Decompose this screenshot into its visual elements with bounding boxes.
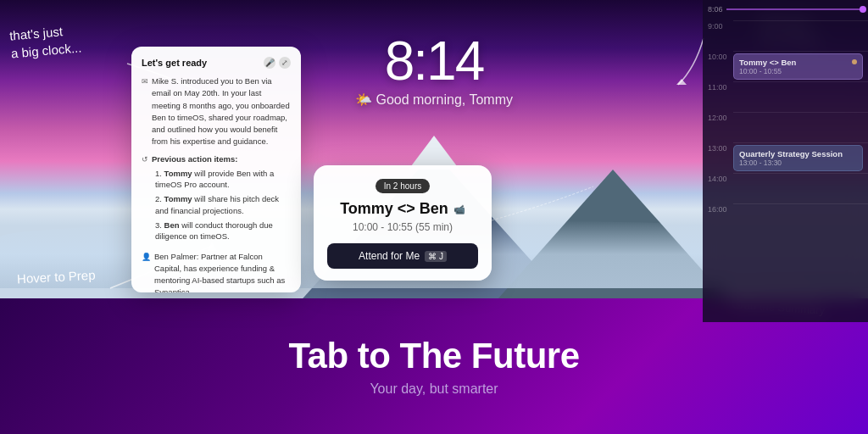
ben-info-text: Ben Palmer: Partner at Falcon Capital, h… [154, 251, 291, 292]
time-progress-bar [726, 8, 863, 10]
meeting-title: Tommy <> Ben [340, 200, 448, 218]
event-tommy-title: Tommy <> Ben [739, 58, 857, 67]
time-content-14 [733, 173, 868, 203]
prep-card: Let's get ready 🎤 ⤢ ✉ Mike S. introduced… [131, 47, 301, 292]
calendar-panel: 8:06 9:00 10:00 Tommy <> Ben 10:00 - 10:… [703, 0, 868, 322]
time-dot [860, 6, 866, 13]
mountain-snow [409, 136, 459, 170]
time-label-14: 14:00 [703, 173, 733, 183]
action-item-3: 3. Ben will conduct thorough due diligen… [155, 220, 291, 242]
expand-icon[interactable]: ⤢ [279, 57, 291, 69]
mic-icon[interactable]: 🎤 [264, 57, 275, 69]
prep-card-content: ✉ Mike S. introduced you to Ben via emai… [142, 75, 291, 292]
video-icon: 📹 [453, 204, 465, 215]
time-content-9 [733, 20, 868, 51]
time-row-11: 11:00 [703, 81, 868, 112]
event-quarterly[interactable]: Quarterly Strategy Session 13:00 - 13:30 [733, 145, 863, 171]
sub-title: Your day, but smarter [370, 381, 498, 397]
time-label-12: 12:00 [703, 112, 733, 122]
time-label-16: 16:00 [703, 203, 733, 214]
sun-icon: 🌤️ [355, 92, 372, 107]
time-row-9: 9:00 [703, 20, 868, 51]
event-quarterly-time: 13:00 - 13:30 [739, 159, 857, 167]
time-content-12 [733, 112, 868, 142]
attend-label: Attend for Me [359, 250, 420, 262]
time-label-11: 11:00 [703, 81, 733, 92]
ben-info-section: 👤 Ben Palmer: Partner at Falcon Capital,… [142, 251, 291, 292]
time-content-13: Quarterly Strategy Session 13:00 - 13:30 [733, 142, 868, 173]
time-row-12: 12:00 [703, 112, 868, 142]
annotation-topleft: that's justa big clock... [8, 20, 82, 62]
keyboard-shortcut: ⌘ J [425, 251, 447, 262]
time-row-16: 16:00 [703, 203, 868, 234]
email-icon: ✉ [142, 76, 148, 88]
time-row-13: 13:00 Quarterly Strategy Session 13:00 -… [703, 142, 868, 173]
time-content-11 [733, 81, 868, 112]
clock-greeting: 🌤️ Good morning, Tommy [355, 92, 513, 108]
action-item-1: 1. Tommy will provide Ben with a timeOS … [155, 168, 291, 191]
email-intro-section: ✉ Mike S. introduced you to Ben via emai… [142, 75, 291, 148]
meeting-time: 10:00 - 10:55 (55 min) [327, 221, 478, 233]
prep-card-icons: 🎤 ⤢ [264, 57, 291, 69]
person-icon: 👤 [142, 252, 151, 264]
time-row-14: 14:00 [703, 173, 868, 203]
time-label-9: 9:00 [703, 20, 733, 31]
time-label-10: 10:00 [703, 51, 733, 61]
event-dot [852, 59, 857, 64]
clock-time: 8:14 [355, 34, 513, 88]
time-content-16 [733, 203, 868, 234]
cal-current-time-label: 8:06 [708, 5, 723, 14]
actions-container: Previous action items: 1. Tommy will pro… [152, 153, 291, 246]
event-tommy-time: 10:00 - 10:55 [739, 67, 857, 75]
time-content-10: Tommy <> Ben 10:00 - 10:55 [733, 51, 868, 81]
actions-label: Previous action items: [152, 153, 291, 165]
greeting-text: Good morning, Tommy [376, 92, 513, 107]
meeting-badge: In 2 hours [376, 179, 430, 193]
main-title: Tab to The Future [288, 336, 579, 376]
meeting-popup: In 2 hours Tommy <> Ben 📹 10:00 - 10:55 … [314, 165, 492, 281]
prep-card-title: Let's get ready [142, 58, 207, 68]
prep-card-header: Let's get ready 🎤 ⤢ [142, 57, 291, 69]
action-item-2: 2. Tommy will share his pitch deck and f… [155, 193, 291, 216]
current-time-bar: 8:06 [708, 5, 863, 14]
time-row-10: 10:00 Tommy <> Ben 10:00 - 10:55 [703, 51, 868, 81]
time-label-13: 13:00 [703, 142, 733, 153]
cal-header: 8:06 [703, 0, 868, 14]
clock-display: 8:14 🌤️ Good morning, Tommy [355, 34, 513, 108]
attend-button[interactable]: Attend for Me ⌘ J [327, 243, 478, 269]
action-list: 1. Tommy will provide Ben with a timeOS … [155, 168, 291, 242]
email-intro-text: Mike S. introduced you to Ben via email … [152, 75, 291, 148]
event-tommy-ben[interactable]: Tommy <> Ben 10:00 - 10:55 [733, 53, 863, 80]
action-items-section: ↺ Previous action items: 1. Tommy will p… [142, 153, 291, 246]
event-quarterly-title: Quarterly Strategy Session [739, 149, 857, 159]
refresh-icon: ↺ [142, 154, 148, 166]
calendar-slots: 9:00 10:00 Tommy <> Ben 10:00 - 10:55 11… [703, 14, 868, 234]
